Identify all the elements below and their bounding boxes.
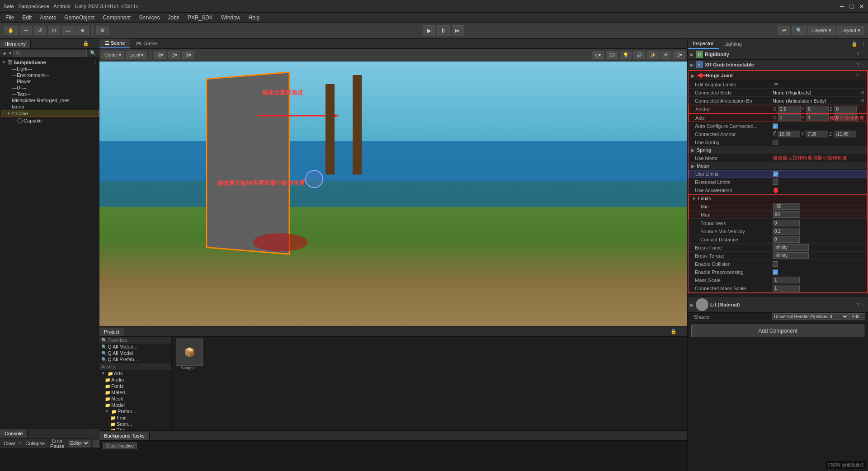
maximize-button[interactable]: □ xyxy=(850,3,854,10)
menu-component[interactable]: Component xyxy=(99,14,134,22)
hinge-settings[interactable]: ? xyxy=(856,73,859,78)
lighting-tab[interactable]: Lighting xyxy=(719,39,747,48)
enable-preprocessing-checkbox[interactable]: ✓ xyxy=(773,269,778,275)
project-favorites-materials[interactable]: 🔍 Q All Materi... xyxy=(99,344,171,350)
lit-settings[interactable]: ? xyxy=(857,302,859,307)
console-clear-btn[interactable]: Clear xyxy=(2,440,17,447)
project-folder-audio[interactable]: 📁Audio xyxy=(99,377,171,383)
inspector-menu-icon[interactable]: ⋮ xyxy=(859,41,868,47)
rect-tool[interactable]: ▭ xyxy=(62,26,75,35)
connected-mass-scale-input[interactable] xyxy=(773,285,800,292)
hierarchy-item-cube[interactable]: ▼ □ Cube xyxy=(1,110,99,117)
rotate-tool[interactable]: ↺ xyxy=(34,26,46,35)
project-folder-scenes[interactable]: 📁Scen... xyxy=(99,421,171,427)
hierarchy-item-bomb[interactable]: bomb xyxy=(1,104,99,110)
play-button[interactable]: ▶ xyxy=(423,25,435,36)
project-tab[interactable]: Project xyxy=(99,328,124,336)
project-folder-fonts[interactable]: 📁Fonts xyxy=(99,383,171,389)
connected-anchor-y-input[interactable] xyxy=(806,131,828,137)
shader-select[interactable]: Universal Render Pipeline/Lit xyxy=(772,313,849,320)
xrgrab-more[interactable]: ⋮ xyxy=(860,62,865,68)
snap-btn[interactable]: ⊡▾ xyxy=(168,51,180,59)
menu-assets[interactable]: Assets xyxy=(36,14,60,22)
anchor-x-input[interactable] xyxy=(778,106,801,113)
fx-btn[interactable]: ✨ xyxy=(647,51,659,59)
project-menu-icon[interactable]: ⋮ xyxy=(679,329,687,334)
contact-distance-input[interactable] xyxy=(773,236,800,243)
hierarchy-search[interactable] xyxy=(13,50,87,57)
bounciness-input[interactable] xyxy=(773,220,800,226)
use-spring-checkbox[interactable] xyxy=(773,140,778,145)
edit-angular-limits-btn[interactable]: ✏ xyxy=(774,81,778,87)
hierarchy-item-mistsplitter[interactable]: Mistsplitter Reforged_mes xyxy=(1,97,99,104)
hierarchy-item-environment[interactable]: ---Environment--- xyxy=(1,72,99,78)
hierarchy-item-capsule[interactable]: ◯ Capsule xyxy=(1,117,99,124)
menu-services[interactable]: Services xyxy=(135,14,163,22)
hinge-more[interactable]: ⋮ xyxy=(859,73,864,79)
connected-artic-select-icon[interactable]: ⊙ xyxy=(860,98,864,104)
console-menu-icon[interactable]: ⋮ xyxy=(91,430,99,436)
add-component-button[interactable]: Add Component xyxy=(691,325,864,337)
space-btn[interactable]: Local ▾ xyxy=(126,51,146,59)
hand-tool[interactable]: ✋ xyxy=(4,26,18,35)
rigidbody-more[interactable]: ⋮ xyxy=(860,52,865,57)
grid-btn[interactable]: ⊞▾ xyxy=(154,51,166,59)
asset-item-sample[interactable]: 📦 Sample... xyxy=(174,339,205,370)
axis-x-input[interactable] xyxy=(778,114,801,121)
anchor-y-input[interactable] xyxy=(806,106,829,113)
enable-collision-checkbox[interactable] xyxy=(773,261,778,267)
hierarchy-search-btn[interactable]: 🔍 xyxy=(89,50,98,57)
transform-tool[interactable]: ⊞ xyxy=(76,26,89,35)
light-btn[interactable]: 💡 xyxy=(620,51,632,59)
xrgrab-settings[interactable]: ? xyxy=(857,62,859,67)
pause-button[interactable]: ⏸ xyxy=(437,25,450,36)
rigidbody-header[interactable]: ▶ R Rigidbody ? ⋮ xyxy=(688,49,868,60)
clear-inactive-btn[interactable]: Clear Inactive xyxy=(103,443,137,449)
limits-header[interactable]: ▼ Limits xyxy=(689,195,867,203)
use-limits-checkbox[interactable]: ✓ xyxy=(773,171,778,177)
bounce-min-velocity-input[interactable] xyxy=(773,228,800,235)
mass-scale-input[interactable] xyxy=(773,277,800,283)
scene-menu-icon[interactable]: ⋮ xyxy=(93,59,98,65)
menu-window[interactable]: Window xyxy=(217,14,244,22)
step-button[interactable]: ⏭ xyxy=(452,25,464,36)
layout-btn[interactable]: ⊞▾ xyxy=(182,51,194,59)
connected-body-select-icon[interactable]: ⊙ xyxy=(860,89,864,95)
menu-help[interactable]: Help xyxy=(245,14,264,22)
undo-history-btn[interactable]: ↩ xyxy=(778,26,790,35)
xrgrab-header[interactable]: ▶ ✓ XR Grab Interactable ? ⋮ xyxy=(688,60,868,70)
connected-anchor-z-input[interactable] xyxy=(834,131,856,137)
console-tab[interactable]: Console xyxy=(0,429,28,438)
break-torque-input[interactable] xyxy=(773,252,809,259)
connected-anchor-x-input[interactable] xyxy=(778,131,800,137)
minimize-button[interactable]: ─ xyxy=(840,3,844,10)
break-force-input[interactable] xyxy=(773,244,809,251)
project-folder-fruit[interactable]: 📁Fruit xyxy=(99,414,171,421)
close-button[interactable]: ✕ xyxy=(859,3,864,10)
gizmo-btn[interactable]: ⊙▾ xyxy=(592,51,604,59)
project-folder-prefabs[interactable]: ▼📁Prefab... xyxy=(99,408,171,414)
hierarchy-add-btn[interactable]: + xyxy=(2,50,7,57)
project-folder-materials[interactable]: 📁Materi... xyxy=(99,389,171,396)
lit-material-header[interactable]: ▶ Lit (Material) ? ⋮ xyxy=(688,297,868,313)
2d-btn[interactable]: 2D xyxy=(606,51,618,59)
auto-configure-checkbox[interactable]: ✓ xyxy=(773,123,778,129)
hierarchy-item-test[interactable]: ---Test--- xyxy=(1,91,99,97)
scale-tool[interactable]: ⊡ xyxy=(48,26,60,35)
anchor-z-input[interactable] xyxy=(834,106,857,113)
spring-section[interactable]: ▶ Spring xyxy=(689,146,867,154)
settings-btn[interactable]: ⚙ xyxy=(96,26,109,35)
project-favorites-prefabs[interactable]: 🔍 Q All Prefab... xyxy=(99,356,171,363)
shader-edit-btn[interactable]: Edit... xyxy=(849,313,865,320)
project-folder-the[interactable]: 📁The... xyxy=(99,427,171,430)
console-editor-select[interactable]: Editor xyxy=(68,440,90,447)
inspector-tab[interactable]: Inspector xyxy=(688,39,719,49)
motor-section[interactable]: ▶ Motor xyxy=(689,162,867,170)
search-btn[interactable]: 🔍 xyxy=(792,26,807,35)
project-folder-model[interactable]: 📁Model xyxy=(99,402,171,408)
layers-dropdown[interactable]: Layers ▾ xyxy=(808,26,835,35)
hierarchy-item-ui[interactable]: ---UI--- xyxy=(1,85,99,91)
bgtasks-tab[interactable]: Background Tasks xyxy=(99,432,150,440)
project-lock-icon[interactable]: 🔒 xyxy=(669,329,679,334)
limits-min-input[interactable] xyxy=(773,203,800,210)
